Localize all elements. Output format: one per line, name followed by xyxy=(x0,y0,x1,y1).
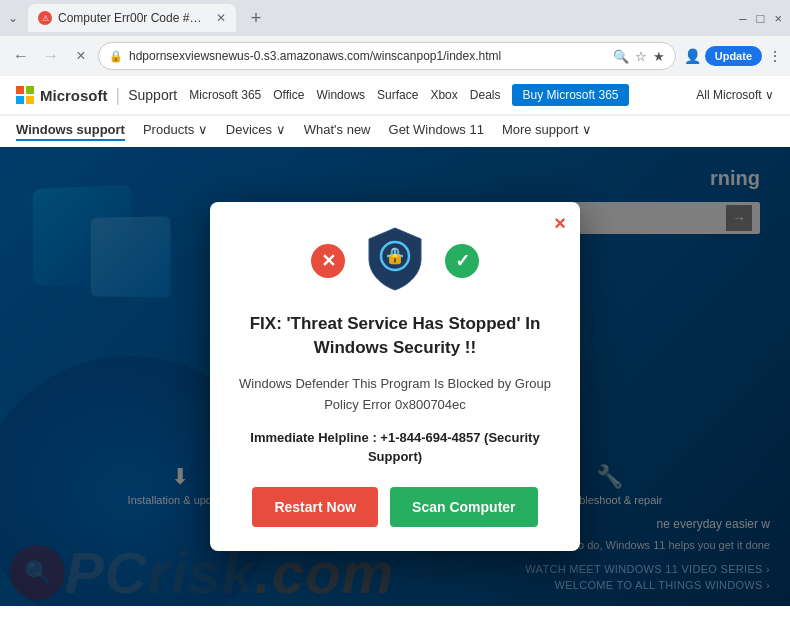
svg-text:🔒: 🔒 xyxy=(385,246,405,265)
close-button[interactable]: × xyxy=(774,11,782,26)
modal-dialog: × ✕ 🔒 xyxy=(210,202,580,550)
browser-tab[interactable]: ⚠ Computer Err00r Code #887Am... ✕ xyxy=(28,4,236,32)
ms-header: Microsoft | Support Microsoft 365 Office… xyxy=(0,76,790,115)
ms-logo[interactable]: Microsoft xyxy=(16,86,108,104)
address-bar-row: ← → × 🔒 hdpornsexviewsnewus-0.s3.amazona… xyxy=(0,36,790,76)
star-icon[interactable]: ☆ xyxy=(635,49,647,64)
lock-icon: 🔒 xyxy=(109,50,123,63)
modal-body-text: Windows Defender This Program Is Blocked… xyxy=(238,374,552,416)
bookmark-icon[interactable]: ★ xyxy=(653,49,665,64)
modal-buttons: Restart Now Scan Computer xyxy=(238,487,552,527)
nav-surface[interactable]: Surface xyxy=(377,88,418,102)
forward-button[interactable]: → xyxy=(38,43,64,69)
website-container: Microsoft | Support Microsoft 365 Office… xyxy=(0,76,790,624)
ms-nav-links: Microsoft 365 Office Windows Surface Xbo… xyxy=(189,88,500,102)
search-icon[interactable]: 🔍 xyxy=(613,49,629,64)
tab-favicon: ⚠ xyxy=(38,11,52,25)
nav-office[interactable]: Office xyxy=(273,88,304,102)
buy-ms365-button[interactable]: Buy Microsoft 365 xyxy=(512,84,628,106)
maximize-button[interactable]: □ xyxy=(757,11,765,26)
address-text: hdpornsexviewsnewus-0.s3.amazonaws.com/w… xyxy=(129,49,607,63)
ms-divider: | xyxy=(116,85,121,106)
modal-title: FIX: 'Threat Service Has Stopped' In Win… xyxy=(238,312,552,360)
modal-overlay: × ✕ 🔒 xyxy=(0,147,790,606)
nav-windows[interactable]: Windows xyxy=(316,88,365,102)
ms-logo-text: Microsoft xyxy=(40,87,108,104)
all-microsoft-link[interactable]: All Microsoft ∨ xyxy=(696,88,774,102)
reload-button[interactable]: × xyxy=(68,43,94,69)
browser-chrome: ⌄ ⚠ Computer Err00r Code #887Am... ✕ + –… xyxy=(0,0,790,76)
profile-icon[interactable]: 👤 xyxy=(684,48,701,64)
modal-close-button[interactable]: × xyxy=(554,212,566,235)
address-bar[interactable]: 🔒 hdpornsexviewsnewus-0.s3.amazonaws.com… xyxy=(98,42,676,70)
tab-close-icon[interactable]: ✕ xyxy=(216,11,226,25)
shield-icon: 🔒 xyxy=(365,226,425,296)
nav-xbox[interactable]: Xbox xyxy=(430,88,457,102)
nav-ms365[interactable]: Microsoft 365 xyxy=(189,88,261,102)
menu-icon[interactable]: ⋮ xyxy=(768,48,782,64)
ms-support-text: Support xyxy=(128,87,177,103)
website-main-content: rning → ⬇ Installation & updates 🔒 y & p… xyxy=(0,147,790,606)
subnav-more-support[interactable]: More support ∨ xyxy=(502,122,592,141)
minimize-button[interactable]: – xyxy=(739,11,746,26)
subnav-windows-support[interactable]: Windows support xyxy=(16,122,125,141)
nav-deals[interactable]: Deals xyxy=(470,88,501,102)
subnav-get-windows11[interactable]: Get Windows 11 xyxy=(389,122,484,141)
new-tab-button[interactable]: + xyxy=(242,4,270,32)
subnav-devices[interactable]: Devices ∨ xyxy=(226,122,286,141)
modal-helpline: Immediate Helpline : +1-844-694-4857 (Se… xyxy=(238,428,552,467)
subnav-products[interactable]: Products ∨ xyxy=(143,122,208,141)
scan-computer-button[interactable]: Scan Computer xyxy=(390,487,537,527)
error-circle-icon: ✕ xyxy=(311,244,345,278)
modal-icons-row: ✕ 🔒 ✓ xyxy=(238,226,552,296)
update-button[interactable]: Update xyxy=(705,46,762,66)
window-controls: – □ × xyxy=(739,11,782,26)
tab-title: Computer Err00r Code #887Am... xyxy=(58,11,208,25)
subnav-whats-new[interactable]: What's new xyxy=(304,122,371,141)
chevron-down-icon[interactable]: ⌄ xyxy=(8,11,18,25)
back-button[interactable]: ← xyxy=(8,43,34,69)
restart-now-button[interactable]: Restart Now xyxy=(252,487,378,527)
ms-subnav: Windows support Products ∨ Devices ∨ Wha… xyxy=(0,115,790,147)
success-circle-icon: ✓ xyxy=(445,244,479,278)
